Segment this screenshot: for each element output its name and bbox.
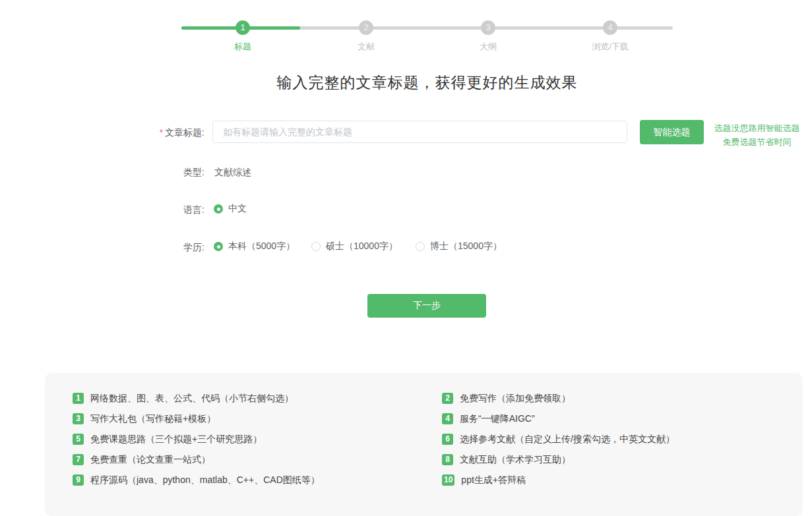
- radio-education-master[interactable]: 硕士（10000字）: [311, 241, 398, 252]
- required-asterisk: *: [160, 127, 163, 138]
- feature-item-7: 7 免费查重（论文查重一站式）: [73, 454, 442, 465]
- feature-item-10: 10 ppt生成+答辩稿: [442, 474, 803, 486]
- next-step-button[interactable]: 下一步: [367, 294, 486, 318]
- feature-text: 网络数据、图、表、公式、代码（小节右侧勾选）: [90, 393, 294, 405]
- feature-text: 服务“一键降AIGC”: [460, 413, 535, 425]
- item-number-badge: 3: [73, 413, 84, 424]
- feature-panel: 1 网络数据、图、表、公式、代码（小节右侧勾选） 2 免费写作（添加免费领取） …: [45, 373, 803, 516]
- feature-text: ppt生成+答辩稿: [461, 474, 526, 486]
- language-label: 语言:: [119, 204, 204, 216]
- step-circle-1: 1: [235, 20, 250, 35]
- item-number-badge: 5: [73, 434, 84, 445]
- radio-language-chinese[interactable]: 中文: [214, 203, 247, 215]
- radio-education-bachelor[interactable]: 本科（5000字）: [214, 241, 295, 252]
- radio-language-chinese-label: 中文: [228, 203, 247, 215]
- step-label-3: 大纲: [455, 41, 521, 53]
- item-number-badge: 10: [442, 474, 454, 486]
- radio-unchecked-icon: [311, 242, 321, 251]
- promo-line-1: 选题没思路用智能选题: [709, 121, 805, 135]
- smart-topic-promo: 选题没思路用智能选题 免费选题节省时间: [709, 121, 805, 149]
- step-browse-download: 4 浏览/下载: [577, 20, 643, 53]
- step-label-4: 浏览/下载: [577, 41, 643, 53]
- step-outline: 3 大纲: [455, 20, 521, 53]
- feature-item-6: 6 选择参考文献（自定义上传/搜索勾选，中英文文献）: [442, 434, 803, 445]
- feature-item-8: 8 文献互助（学术学习互助）: [442, 454, 803, 465]
- promo-line-2: 免费选题节省时间: [709, 135, 805, 149]
- article-title-label: *文章标题:: [119, 127, 204, 139]
- radio-checked-icon: [214, 204, 223, 214]
- feature-item-9: 9 程序源码（java、python、matlab、C++、CAD图纸等）: [73, 474, 442, 486]
- smart-topic-button[interactable]: 智能选题: [640, 120, 704, 144]
- item-number-badge: 7: [73, 454, 84, 465]
- feature-text: 程序源码（java、python、matlab、C++、CAD图纸等）: [90, 474, 320, 486]
- feature-item-4: 4 服务“一键降AIGC”: [442, 413, 803, 424]
- type-value: 文献综述: [214, 167, 251, 179]
- type-label: 类型:: [119, 167, 204, 179]
- feature-text: 免费写作（添加免费领取）: [460, 393, 571, 405]
- radio-education-master-label: 硕士（10000字）: [326, 241, 398, 252]
- feature-text: 写作大礼包（写作秘籍+模板）: [90, 413, 216, 425]
- feature-text: 免费课题思路（三个拟题+三个研究思路）: [90, 434, 262, 445]
- feature-text: 选择参考文献（自定义上传/搜索勾选，中英文文献）: [460, 434, 675, 445]
- feature-text: 免费查重（论文查重一站式）: [90, 454, 210, 466]
- feature-item-3: 3 写作大礼包（写作秘籍+模板）: [73, 413, 442, 424]
- item-number-badge: 2: [442, 393, 453, 404]
- feature-item-5: 5 免费课题思路（三个拟题+三个研究思路）: [73, 434, 442, 445]
- item-number-badge: 6: [442, 434, 453, 445]
- step-label-2: 文献: [333, 41, 399, 53]
- step-circle-3: 3: [481, 20, 495, 35]
- radio-checked-icon: [214, 242, 223, 251]
- step-literature: 2 文献: [333, 20, 399, 53]
- radio-education-phd[interactable]: 博士（15000字）: [416, 241, 502, 252]
- item-number-badge: 8: [442, 454, 453, 465]
- page-title: 输入完整的文章标题，获得更好的生成效果: [21, 72, 812, 93]
- item-number-badge: 4: [442, 413, 453, 424]
- step-title: 1 标题: [210, 20, 276, 53]
- article-title-input[interactable]: [212, 121, 627, 143]
- radio-unchecked-icon: [416, 242, 425, 251]
- feature-item-1: 1 网络数据、图、表、公式、代码（小节右侧勾选）: [73, 393, 442, 404]
- feature-text: 文献互助（学术学习互助）: [460, 454, 571, 466]
- stepper: 1 标题 2 文献 3 大纲 4 浏览/下载: [181, 20, 673, 53]
- article-title-label-text: 文章标题:: [165, 127, 204, 138]
- step-circle-4: 4: [603, 20, 617, 35]
- radio-education-bachelor-label: 本科（5000字）: [228, 241, 295, 252]
- radio-education-phd-label: 博士（15000字）: [430, 241, 502, 252]
- step-circle-2: 2: [359, 20, 373, 35]
- feature-item-2: 2 免费写作（添加免费领取）: [442, 393, 803, 404]
- item-number-badge: 1: [73, 393, 84, 404]
- item-number-badge: 9: [73, 474, 84, 486]
- education-label: 学历:: [119, 242, 204, 254]
- step-label-1: 标题: [210, 41, 276, 53]
